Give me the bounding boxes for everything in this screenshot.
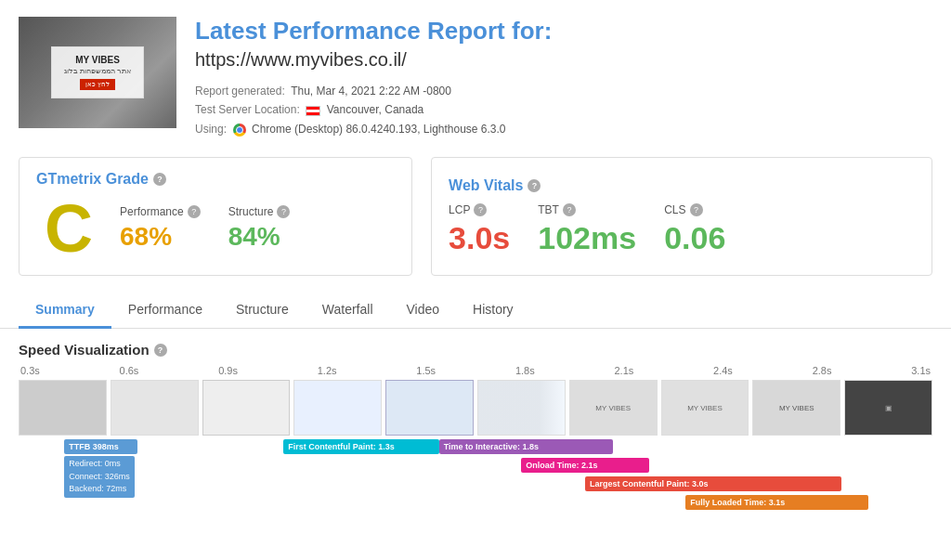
frame-10: ▣	[844, 380, 932, 436]
frame-6	[477, 380, 566, 436]
tbt-help-icon[interactable]: ?	[563, 203, 576, 216]
structure-metric: Structure ? 84%	[228, 205, 291, 252]
grade-metrics: Performance ? 68% Structure ? 84%	[120, 205, 290, 252]
fcp-bar: First Contentful Paint: 1.3s	[283, 439, 438, 454]
web-vitals-box: Web Vitals ? LCP ? 3.0s TBT ? 102ms	[431, 157, 932, 276]
performance-help-icon[interactable]: ?	[188, 205, 201, 218]
tab-history[interactable]: History	[456, 293, 530, 329]
cls-metric: CLS ? 0.06	[664, 203, 725, 256]
structure-help-icon[interactable]: ?	[277, 205, 290, 218]
speed-viz-title: Speed Visualization ?	[19, 342, 932, 358]
lcp-help-icon[interactable]: ?	[474, 203, 487, 216]
canada-flag-icon	[306, 106, 320, 116]
gtmetrix-help-icon[interactable]: ?	[153, 173, 166, 186]
frame-2	[111, 380, 199, 436]
report-title: Latest Performance Report for:	[195, 17, 932, 46]
report-url[interactable]: https://www.myvibes.co.il/	[195, 49, 932, 71]
onload-bar: Onload Time: 2.1s	[521, 458, 649, 473]
web-vitals-title: Web Vitals ?	[449, 177, 915, 194]
lcp-metric: LCP ? 3.0s	[449, 203, 510, 256]
timeline-ruler: 0.3s 0.6s 0.9s 1.2s 1.5s 1.8s 2.1s 2.4s …	[19, 365, 932, 376]
frame-3	[202, 380, 291, 436]
web-vitals-help-icon[interactable]: ?	[528, 179, 541, 192]
lcp-value: 3.0s	[449, 220, 510, 256]
tab-performance[interactable]: Performance	[111, 293, 219, 329]
timeline-container: 0.3s 0.6s 0.9s 1.2s 1.5s 1.8s 2.1s 2.4s …	[19, 365, 932, 541]
using-value: Chrome (Desktop) 86.0.4240.193, Lighthou…	[252, 123, 506, 136]
top-section: MY VIBES אתר הממשפחות בלוג לחץ כאן Lates…	[0, 0, 951, 148]
tab-waterfall[interactable]: Waterfall	[306, 293, 390, 329]
performance-metric: Performance ? 68%	[120, 205, 201, 252]
structure-value: 84%	[228, 222, 291, 252]
tab-structure[interactable]: Structure	[219, 293, 306, 329]
timeline-bars: TTFB 398ms Redirect: 0msConnect: 326msBa…	[19, 439, 932, 541]
frame-7: MY VIBES	[569, 380, 658, 436]
report-generated-label: Report generated:	[195, 85, 285, 98]
grade-letter: C	[36, 195, 101, 262]
report-generated-value: Thu, Mar 4, 2021 2:22 AM -0800	[291, 85, 451, 98]
grades-section: GTmetrix Grade ? C Performance ? 68%	[0, 148, 951, 285]
frame-9: MY VIBES	[752, 380, 840, 436]
gtmetrix-title: GTmetrix Grade ?	[36, 171, 290, 188]
lcp-bar: Largest Contentful Paint: 3.0s	[585, 476, 841, 491]
tabs-section: Summary Performance Structure Waterfall …	[0, 293, 951, 329]
performance-value: 68%	[120, 222, 201, 252]
test-server-value: Vancouver, Canada	[327, 103, 424, 116]
site-screenshot: MY VIBES אתר הממשפחות בלוג לחץ כאן	[19, 17, 176, 128]
ttfb-detail: Redirect: 0msConnect: 326msBackend: 72ms	[64, 456, 135, 498]
tbt-value: 102ms	[538, 220, 636, 256]
frame-4	[293, 380, 382, 436]
frame-5	[385, 380, 474, 436]
tti-bar: Time to Interactive: 1.8s	[439, 439, 613, 454]
frame-8: MY VIBES	[661, 380, 749, 436]
report-header: Latest Performance Report for: https://w…	[195, 17, 932, 138]
speed-viz-help-icon[interactable]: ?	[154, 344, 167, 357]
cls-help-icon[interactable]: ?	[690, 203, 703, 216]
ttfb-bar: TTFB 398ms	[64, 439, 137, 454]
tbt-metric: TBT ? 102ms	[538, 203, 636, 256]
content-section: Speed Visualization ? 0.3s 0.6s 0.9s 1.2…	[0, 329, 951, 554]
frame-1	[19, 380, 107, 436]
tab-video[interactable]: Video	[390, 293, 457, 329]
timeline-frames: MY VIBES MY VIBES MY VIBES ▣	[19, 380, 932, 436]
fully-loaded-bar: Fully Loaded Time: 3.1s	[685, 495, 868, 510]
report-meta: Report generated: Thu, Mar 4, 2021 2:22 …	[195, 82, 932, 138]
tab-summary[interactable]: Summary	[19, 293, 111, 329]
gtmetrix-grade-box: GTmetrix Grade ? C Performance ? 68%	[19, 157, 412, 276]
chrome-icon	[233, 124, 246, 137]
test-server-label: Test Server Location:	[195, 103, 300, 116]
cls-value: 0.06	[664, 220, 725, 256]
using-label: Using:	[195, 123, 227, 136]
